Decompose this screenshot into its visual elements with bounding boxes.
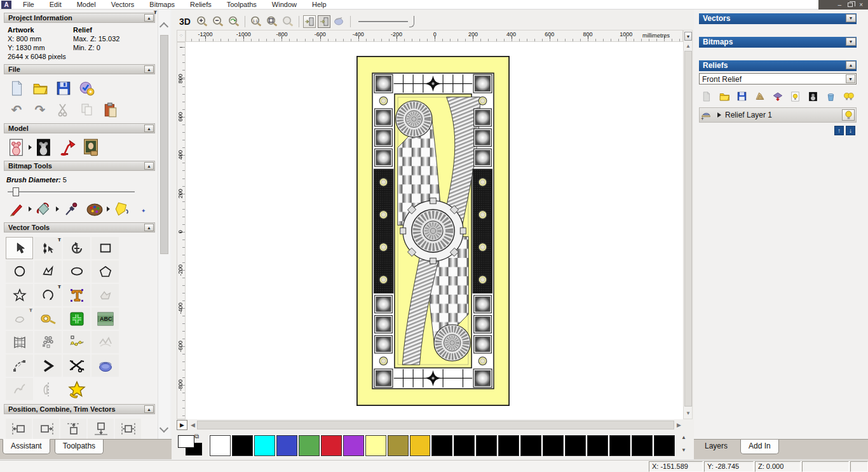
- free-form-nudge-tool[interactable]: [63, 331, 90, 353]
- scroll-left-icon[interactable]: ◀: [189, 421, 197, 429]
- move-layer-down-button[interactable]: ↓: [846, 126, 855, 135]
- palette-swatch[interactable]: [632, 435, 653, 456]
- load-texture-icon[interactable]: [82, 138, 100, 156]
- collapse-button[interactable]: ▲: [144, 162, 154, 170]
- palette-swatch[interactable]: [254, 435, 275, 456]
- collapse-button[interactable]: ▲: [846, 61, 856, 69]
- palette-swatch[interactable]: [343, 435, 364, 456]
- tab-toolpaths[interactable]: Toolpaths: [55, 440, 104, 454]
- palette-swatch[interactable]: [431, 435, 452, 456]
- scroll-up-icon[interactable]: ▲: [680, 434, 688, 442]
- scroll-up-icon[interactable]: [159, 22, 168, 31]
- save-relief-icon[interactable]: [736, 90, 748, 102]
- create-ellipse-tool[interactable]: [63, 260, 90, 283]
- envelope-distort-tool[interactable]: [6, 331, 33, 353]
- create-arc-tool[interactable]: Ŧ: [34, 284, 62, 306]
- create-star-tool[interactable]: [6, 284, 33, 306]
- model-properties-check-icon[interactable]: [78, 79, 96, 97]
- view-greyscale-icon[interactable]: [35, 138, 53, 156]
- link-colours-icon[interactable]: ⧉: [194, 433, 199, 440]
- menu-window[interactable]: Window: [264, 0, 304, 9]
- toggle-left-panel-button[interactable]: [303, 15, 316, 28]
- ruler-units-dropdown[interactable]: ▼: [684, 32, 692, 41]
- close-button[interactable]: ×: [859, 2, 863, 8]
- palette-swatch[interactable]: [498, 435, 519, 456]
- scroll-down-icon[interactable]: ▼: [680, 447, 688, 454]
- view-artwork-icon[interactable]: [8, 138, 25, 156]
- redo-icon[interactable]: ↷: [31, 101, 49, 119]
- lighting-icon[interactable]: [58, 138, 76, 156]
- flyout-arrow-icon[interactable]: [29, 206, 32, 212]
- canvas-horizontal-scrollbar[interactable]: ▶ ◀ ▶: [177, 420, 683, 430]
- relief-layer-name[interactable]: Relief Layer 1: [725, 111, 772, 119]
- palette-swatch[interactable]: [410, 435, 431, 456]
- select-tool[interactable]: [6, 237, 33, 259]
- palette-swatch[interactable]: [565, 435, 586, 456]
- tab-assistant[interactable]: Assistant: [3, 439, 50, 454]
- ruler-corner[interactable]: ⁘: [177, 30, 186, 42]
- collapse-button[interactable]: ▲: [144, 14, 154, 22]
- ruler-toggle-button[interactable]: ▶: [177, 420, 187, 430]
- paste-icon[interactable]: [102, 101, 119, 119]
- zoom-previous-icon[interactable]: [227, 15, 241, 29]
- zoom-in-icon[interactable]: [195, 15, 209, 29]
- scroll-up-icon[interactable]: ▲: [684, 42, 692, 50]
- create-polygon-tool[interactable]: [92, 260, 119, 283]
- flyout-arrow-icon[interactable]: [29, 145, 32, 150]
- collapse-button[interactable]: ▲: [144, 125, 154, 132]
- palette-swatch[interactable]: [299, 435, 320, 456]
- palette-swatch[interactable]: [321, 435, 342, 456]
- door-relief-design[interactable]: [356, 56, 510, 406]
- flyout-arrow-icon[interactable]: [107, 206, 110, 212]
- scroll-down-icon[interactable]: ▼: [684, 409, 692, 417]
- collapse-button[interactable]: ▲: [144, 65, 154, 73]
- scroll-thumb[interactable]: [197, 421, 674, 429]
- expand-button[interactable]: ▼: [846, 37, 856, 46]
- assistant-scrollbar[interactable]: [158, 10, 170, 439]
- menu-toolpaths[interactable]: Toolpaths: [219, 0, 264, 9]
- menu-help[interactable]: Help: [304, 0, 334, 9]
- merge-relief-icon[interactable]: [771, 90, 783, 102]
- menu-model[interactable]: Model: [69, 0, 104, 9]
- create-text-tool[interactable]: [63, 284, 90, 306]
- dropdown-arrow-icon[interactable]: ▼: [846, 74, 855, 83]
- flyout-arrow-icon[interactable]: [56, 206, 59, 212]
- palette-swatch[interactable]: [210, 435, 231, 456]
- contrast-slider[interactable]: [358, 16, 414, 27]
- arrow-chevron-tool[interactable]: [34, 354, 62, 377]
- pick-colour-icon[interactable]: [62, 200, 80, 218]
- palette-swatch[interactable]: [476, 435, 497, 456]
- zoom-out-icon[interactable]: [211, 15, 225, 29]
- undo-icon[interactable]: ↶: [8, 101, 25, 119]
- paint-bucket-icon[interactable]: [35, 200, 53, 218]
- open-relief-icon[interactable]: [718, 90, 730, 102]
- scroll-right-icon[interactable]: ▶: [675, 421, 683, 429]
- brush-diameter-slider[interactable]: [8, 187, 135, 196]
- tab-layers[interactable]: Layers: [696, 439, 736, 454]
- create-rectangle-tool[interactable]: [92, 237, 119, 259]
- bitmaps-header[interactable]: Bitmaps ▼: [699, 37, 857, 48]
- align-bottom-tool[interactable]: [88, 419, 114, 439]
- align-top-tool[interactable]: [60, 419, 86, 439]
- save-model-icon[interactable]: [55, 79, 72, 97]
- zoom-1to1-icon[interactable]: 1:1: [249, 15, 263, 29]
- palette-swatch[interactable]: [587, 435, 608, 456]
- palette-swatch[interactable]: [276, 435, 297, 456]
- cut-vector-tool[interactable]: [63, 354, 90, 377]
- palette-swatch[interactable]: [454, 435, 475, 456]
- center-horizontal-tool[interactable]: [115, 419, 141, 439]
- block-copy-tool[interactable]: [34, 331, 62, 353]
- menu-vectors[interactable]: Vectors: [104, 0, 142, 9]
- open-model-icon[interactable]: [31, 79, 49, 97]
- menu-reliefs[interactable]: Reliefs: [182, 0, 219, 9]
- reliefs-header[interactable]: Reliefs ▲: [699, 60, 857, 71]
- zoom-objects-icon[interactable]: [265, 15, 279, 29]
- vectors-header[interactable]: Vectors ▼: [699, 13, 857, 24]
- layer-expander-icon[interactable]: [717, 112, 721, 118]
- palette-swatch[interactable]: [520, 435, 541, 456]
- expand-button[interactable]: ▼: [846, 14, 856, 22]
- menu-file[interactable]: File: [15, 0, 42, 9]
- scroll-down-icon[interactable]: [159, 424, 168, 433]
- slider-handle[interactable]: [409, 16, 414, 27]
- palette-scrollbar[interactable]: ▲ ▼: [679, 433, 690, 458]
